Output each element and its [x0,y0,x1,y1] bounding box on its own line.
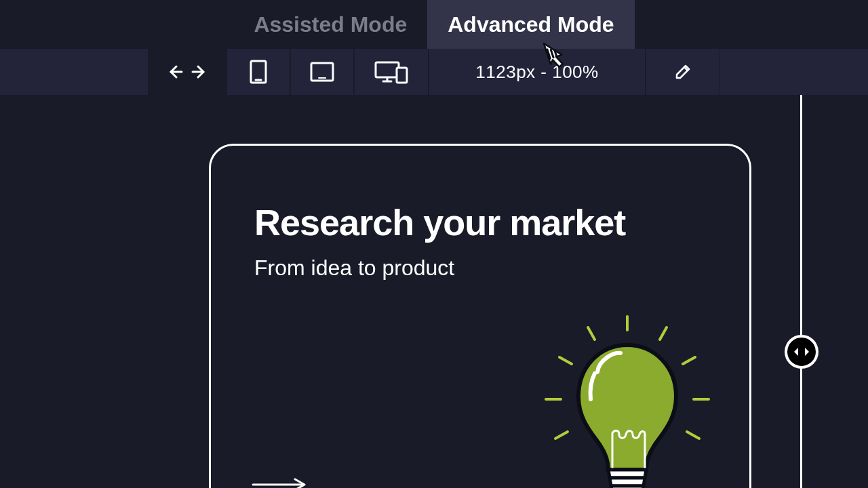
arrow-left-right-icon [168,64,206,80]
arrow-right-icon [252,478,307,488]
tab-assisted-mode[interactable]: Assisted Mode [233,0,427,49]
viewport-resize-handle[interactable] [785,335,818,369]
tab-advanced-mode[interactable]: Advanced Mode [427,0,634,49]
svg-line-20 [687,432,699,439]
canvas-area[interactable]: Research your market From idea to produc… [0,95,868,488]
desktop-mobile-icon [374,60,409,84]
mobile-icon [249,60,268,84]
svg-line-13 [588,327,595,340]
svg-line-16 [683,357,695,364]
viewport-size-label[interactable]: 1123px - 100% [429,49,646,95]
svg-rect-9 [397,68,407,83]
card-title[interactable]: Research your market [254,201,706,243]
lightbulb-icon [532,311,722,488]
resize-horizontal-icon [791,345,812,359]
card-next-arrow[interactable] [252,478,307,488]
content-card[interactable]: Research your market From idea to produc… [209,144,751,488]
device-tablet-button[interactable] [290,49,354,95]
edit-button[interactable] [646,49,720,95]
svg-line-19 [555,432,568,439]
device-mobile-button[interactable] [226,49,290,95]
svg-rect-6 [376,62,399,77]
pencil-icon [674,63,692,81]
responsive-width-toggle[interactable] [148,49,226,95]
svg-line-15 [559,357,572,364]
device-desktop-mobile-button[interactable] [354,49,429,95]
lightbulb-illustration [532,311,722,488]
viewport-boundary-line [800,95,802,488]
svg-line-14 [660,327,667,340]
mode-tabs-bar: Assisted Mode Advanced Mode [0,0,868,49]
tablet-icon [309,61,335,83]
card-subtitle[interactable]: From idea to product [254,256,706,281]
device-toolbar: 1123px - 100% [0,49,868,95]
